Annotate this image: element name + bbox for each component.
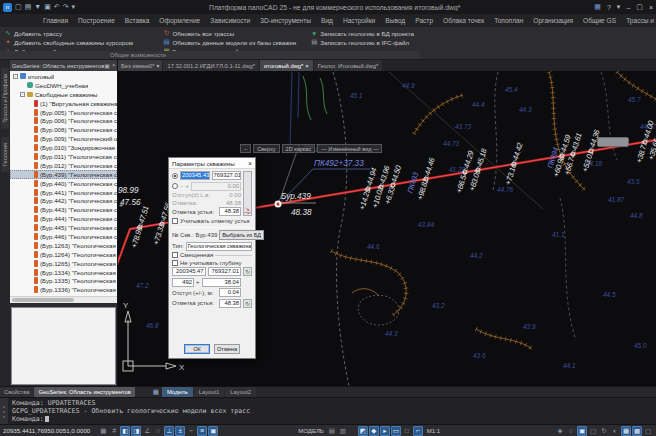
- tree-hscrollbar[interactable]: [10, 296, 117, 303]
- pk2-offset-field[interactable]: 38.04: [202, 278, 241, 287]
- refresh-elevation-button[interactable]: ↻: [243, 299, 252, 308]
- xy-radio[interactable]: [172, 173, 178, 179]
- ribbon-tab[interactable]: Организация: [528, 14, 578, 27]
- well-point-marker[interactable]: [275, 201, 282, 208]
- status-toggle-icon[interactable]: ◐: [610, 426, 620, 436]
- ribbon-tab[interactable]: Оформление: [154, 14, 205, 27]
- document-tab[interactable]: 17.32.001.2.ИГДИ.ГЛ.0.1-11.dwg*: [163, 60, 259, 71]
- refresh-coordinates-button[interactable]: ↻: [243, 267, 252, 276]
- vertical-panel-tab[interactable]: Геология: [1, 137, 9, 172]
- tree-item[interactable]: GeoDWH_учебная: [10, 81, 117, 90]
- model-space-label[interactable]: МОДЕЛЬ: [298, 428, 323, 434]
- ribbon-command[interactable]: ▤Обновить данные модели из базы скважин: [163, 38, 297, 46]
- x2-coordinate-field[interactable]: 200345.47: [172, 267, 206, 276]
- status-toggle-icon[interactable]: ◈: [555, 426, 565, 436]
- ignore-depth-checkbox[interactable]: [172, 260, 178, 266]
- x-coordinate-field[interactable]: 200345.43: [180, 171, 210, 180]
- ribbon-tab[interactable]: Главная: [38, 14, 73, 27]
- app-logo-icon[interactable]: n: [3, 3, 12, 12]
- tree-item[interactable]: (Бур.1265) "Геологическая скважина": [10, 259, 117, 268]
- status-toggle-icon[interactable]: ▩: [632, 426, 642, 436]
- tree-item[interactable]: (Бур.440) "Геологическая скважина": [10, 179, 117, 188]
- status-toggle-icon[interactable]: ▣: [577, 426, 587, 436]
- ribbon-command[interactable]: ↻Обновить все трассы: [163, 29, 297, 37]
- tree-item[interactable]: (Бур.012) "Геологическая скважина": [10, 161, 117, 170]
- scale-indicator[interactable]: М1:1: [427, 428, 440, 434]
- ribbon-tab[interactable]: Облака точек: [438, 14, 489, 27]
- ribbon-tab[interactable]: Построение: [73, 14, 120, 27]
- panel-close-icon[interactable]: ×: [112, 62, 116, 69]
- status-toggle-icon[interactable]: ↻: [599, 426, 609, 436]
- status-toggle-icon[interactable]: ◆: [369, 426, 379, 436]
- ribbon-command[interactable]: ⌖Добавить свободные скважины курсором: [4, 38, 149, 46]
- ribbon-tab[interactable]: Растр: [410, 14, 438, 27]
- panel-tab[interactable]: Свойства: [0, 387, 33, 397]
- use-mouth-elevation-checkbox[interactable]: [172, 218, 178, 224]
- help-chevron-icon[interactable]: ▾: [617, 3, 621, 11]
- status-toggle-icon[interactable]: ◧: [120, 426, 130, 436]
- viewport-control[interactable]: Сверху: [253, 144, 279, 153]
- layout-tab[interactable]: Layout1: [194, 387, 225, 397]
- status-toggle-icon[interactable]: ◩: [358, 426, 368, 436]
- layout-tab[interactable]: Layout2: [225, 387, 256, 397]
- ribbon-command[interactable]: ∿Добавить трассу: [4, 29, 149, 37]
- dialog-title-bar[interactable]: Параметры скважины ×: [169, 158, 255, 169]
- viewport-control[interactable]: 2D каркас: [282, 144, 316, 153]
- status-toggle-icon[interactable]: ○: [153, 426, 163, 436]
- dialog-close-icon[interactable]: ×: [248, 160, 252, 167]
- help-icon[interactable]: ?: [607, 4, 611, 11]
- tree-item[interactable]: (Бур.439) "Геологическая скважина": [10, 170, 117, 179]
- command-line-panel[interactable]: Команда: UPDATETRACES GCPG_UPDATETRACES …: [0, 397, 656, 424]
- command-panel-grip[interactable]: [0, 398, 8, 424]
- tree-item[interactable]: (Бур.1334) "Геологическая скважина": [10, 268, 117, 277]
- status-toggle-icon[interactable]: ◨: [131, 426, 141, 436]
- ribbon-tab[interactable]: Вид: [316, 14, 338, 27]
- mouth2-field[interactable]: 48.38: [219, 299, 241, 308]
- tree-expander[interactable]: -: [20, 92, 25, 97]
- document-combo[interactable]: Без имени0* ▾: [118, 60, 162, 71]
- status-toggle-icon[interactable]: ≡: [197, 426, 207, 436]
- pin-icon[interactable]: ▣: [104, 62, 110, 69]
- layout-grid-icon[interactable]: ▦: [150, 387, 162, 397]
- offset2-field[interactable]: 0.04: [219, 288, 241, 297]
- tree-item[interactable]: (Бур.446) "Геологическая скважина": [10, 232, 117, 241]
- tree-item[interactable]: - итоговый: [10, 72, 117, 81]
- workspace-icon[interactable]: ▦: [594, 3, 601, 11]
- pk-radio[interactable]: [172, 183, 178, 189]
- status-toggle-icon[interactable]: □: [402, 426, 412, 436]
- tree-item[interactable]: (Бур.010) "Зондировочная скважина": [10, 143, 117, 152]
- status-toggle-icon[interactable]: ▣: [208, 426, 218, 436]
- ribbon-tab[interactable]: Настройки: [338, 14, 380, 27]
- ribbon-tab[interactable]: Топоплан: [489, 14, 528, 27]
- ribbon-tab[interactable]: Общие GS: [578, 14, 621, 27]
- pick-point-button[interactable]: ↘: [243, 171, 252, 213]
- status-toggle-icon[interactable]: ∠: [142, 426, 152, 436]
- tree-item[interactable]: (Бур.1336) "Геологическая скважина": [10, 285, 117, 294]
- status-toggle-icon[interactable]: ▦: [621, 426, 631, 436]
- status-toggle-icon[interactable]: ▢: [588, 426, 598, 436]
- status-toggle-icon[interactable]: ⌐: [413, 426, 423, 436]
- cancel-button[interactable]: Отмена: [214, 344, 240, 354]
- vertical-panel-tab[interactable]: Трассы и Профили: [1, 68, 9, 129]
- status-toggle-icon[interactable]: ○: [566, 426, 576, 436]
- panel-tab[interactable]: GeoSeries: Область инструментов: [34, 387, 134, 397]
- tree-item[interactable]: (Бур.1335) "Геологическая скважина": [10, 276, 117, 285]
- status-toggle-icon[interactable]: ▭: [391, 426, 401, 436]
- qat-icon[interactable]: ▤: [25, 3, 32, 11]
- tree-item[interactable]: - Свободные скважины: [10, 90, 117, 99]
- ribbon-command[interactable]: ▼Записать геологию в БД проекта: [310, 29, 414, 37]
- ribbon-tab[interactable]: Вставка: [120, 14, 155, 27]
- qat-icon[interactable]: ↷: [63, 3, 69, 11]
- tree-item[interactable]: (Бур.011) "Геологическая скважина": [10, 152, 117, 161]
- ribbon-command[interactable]: ▤Записать геологию в IFC-файл: [310, 38, 414, 46]
- qat-icon[interactable]: ▣: [44, 3, 51, 11]
- close-button[interactable]: ×: [649, 4, 653, 11]
- viewport-control[interactable]: −: [240, 144, 251, 153]
- ribbon-tab[interactable]: Зависимости: [205, 14, 255, 27]
- status-toggle-icon[interactable]: ±: [175, 426, 185, 436]
- minimize-button[interactable]: –: [626, 4, 630, 11]
- shifted-checkbox[interactable]: [172, 252, 178, 258]
- tree-item[interactable]: (Бур.441) "Геологическая скважина": [10, 188, 117, 197]
- status-toggle-icon[interactable]: ▤: [327, 426, 337, 436]
- mouth-elevation-field[interactable]: 48.38: [219, 207, 241, 216]
